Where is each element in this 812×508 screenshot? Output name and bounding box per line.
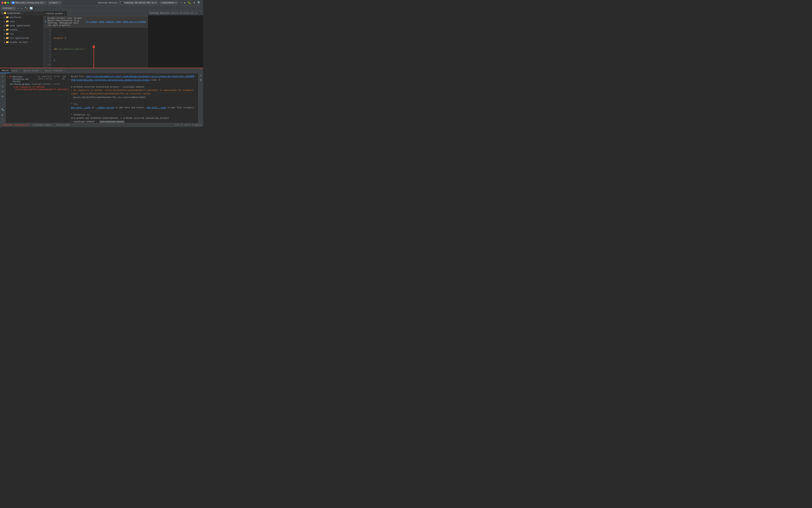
wrench-icon[interactable]: 🔧 <box>1 108 5 112</box>
tab-build[interactable]: Build <box>0 68 10 73</box>
sidebar-item-res-generated[interactable]: ▶ 📂 res (generated) <box>0 36 43 40</box>
status-bar: ✕ HBuilder-Integrate-AS › uniplugin_modu… <box>0 123 203 127</box>
device-icon: 📱 <box>121 1 124 4</box>
sidebar-item-java[interactable]: ▶ 📂 java <box>0 19 43 24</box>
download-icon[interactable]: ⬇ <box>1 79 4 84</box>
folder-icon: 📂 <box>6 41 9 44</box>
tab-label: build.gradle <box>47 12 63 15</box>
tab-sync-close-icon[interactable]: ✕ <box>18 70 19 72</box>
status-separator: › <box>30 124 31 126</box>
tab-sync-label: Sync <box>12 70 17 72</box>
sidebar-java-gen-label: java (generated) <box>10 25 31 27</box>
sidebar-item-simpledemo[interactable]: ▼ 📁 simpleDemo <box>0 11 43 15</box>
debug-icon[interactable]: 🐛 <box>187 1 192 5</box>
tab-build-output-close-icon[interactable]: ✕ <box>40 70 41 72</box>
notification-text: Gradle project sync failed. Basic functi… <box>48 17 84 27</box>
simple-demo-selector[interactable]: simpleDemo ▾ <box>160 1 178 4</box>
try-label: * Try: <box>71 103 196 106</box>
debug-link[interactable]: --debug option <box>96 107 114 109</box>
get-more-text: to get more log output. <box>115 107 145 109</box>
list-icon[interactable]: ☰ <box>199 74 202 77</box>
build-line-number: line: 5 <box>151 79 160 81</box>
branch-badge[interactable]: ⎇ main ▾ <box>48 1 61 4</box>
run-scan-link[interactable]: Run with --scan <box>147 107 166 109</box>
build-file-path-link[interactable]: /Users/lee/Documents/A-Lee/C-Code/@Codes… <box>71 75 194 81</box>
folder-icon: 📂 <box>6 20 9 23</box>
expand-icon[interactable]: ⊞ <box>1 89 4 94</box>
sync-icon[interactable]: 🔄 <box>29 6 33 10</box>
sidebar-item-res[interactable]: ▶ 📂 res <box>0 32 43 36</box>
build-tree-root[interactable]: ✕ HB HBuilder-Integrate-AS: failed At 20… <box>7 76 67 83</box>
tab-build-analyzer[interactable]: Build Analyzer ✕ <box>43 68 67 73</box>
status-spaces: 4 spaces <box>192 124 201 126</box>
tab-close-icon[interactable]: ✕ <box>64 12 65 15</box>
code-line-2: id 'com.android.library' <box>54 47 145 51</box>
build-file-meta: uniplugin_module 1 error <box>32 83 60 85</box>
try-again-link[interactable]: Try Again <box>86 20 97 23</box>
android-badge[interactable]: Android ▾ <box>1 6 16 10</box>
bottom-panel: Build Sync ✕ Build Output ✕ Build Analyz… <box>0 68 203 123</box>
more-options-icon[interactable]: ⋯ <box>180 1 183 5</box>
tab-build-label: Build <box>2 69 8 72</box>
tab-build-analyzer-close-icon[interactable]: ✕ <box>64 70 65 72</box>
sidebar-res-label: res <box>10 33 14 35</box>
minimize-button[interactable] <box>4 2 6 4</box>
right-panel-content <box>148 15 203 68</box>
sidebar-item-manifests[interactable]: ▶ 📂 manifests <box>0 15 43 19</box>
play-icon[interactable]: ▶ <box>1 113 4 117</box>
sidebar-item-java-generated[interactable]: ▶ 📂 java (generated) <box>0 24 43 28</box>
top-bar: HB HBuilder-Integrate-AS ▾ ⎇ main ▾ Runn… <box>0 0 203 5</box>
open-build-link[interactable]: Open 'Build' View <box>99 20 121 23</box>
full-insights-text: to get full insights. <box>168 107 195 109</box>
folder-icon: 📂 <box>6 24 9 27</box>
build-root-meta: At 2024/5/9, 21:45 with 1 error <box>38 76 61 80</box>
folder-icon: 📁 <box>4 12 6 15</box>
sidebar-gradle-label: Gradle Scripts <box>10 41 28 43</box>
stop-icon[interactable]: ⬛ <box>1 118 5 122</box>
sidebar-item-gradle-scripts[interactable]: ▶ 📂 Gradle Scripts <box>0 40 43 44</box>
run-icon[interactable]: ▶ <box>183 1 186 5</box>
build-tree-error[interactable]: ● No signature of method: build_99oj0jbf… <box>7 86 67 91</box>
status-lf: LF <box>180 124 183 126</box>
simple-demo-name: simpleDemo <box>161 2 174 4</box>
code-line-3: } <box>54 58 145 62</box>
search-icon[interactable]: 🔍 <box>197 1 201 5</box>
bottom-tab-bar: Build Sync ✕ Build Output ✕ Build Analyz… <box>0 68 203 73</box>
tab-build-output[interactable]: Build Output ✕ <box>21 68 43 73</box>
build-icon[interactable]: 🔨 <box>24 6 28 10</box>
settings-icon[interactable]: ⚙ <box>193 1 196 5</box>
bottom-left-icons: ↻ ⬇ ⊟ ⊞ 👁 🔧 ▶ ⬛ <box>0 73 5 123</box>
show-log-link[interactable]: Show Log in Finder <box>123 20 146 23</box>
trash-icon[interactable]: 🗑 <box>199 78 202 82</box>
sidebar-item-assets[interactable]: ▶ 📂 assets <box>0 28 43 32</box>
build-tree-file[interactable]: ▼ G build.gradle uniplugin_module 1 erro… <box>7 83 67 86</box>
sidebar-res-gen-label: res (generated) <box>10 37 29 39</box>
run-info-link[interactable]: Run with --info <box>71 107 91 109</box>
refresh-icon[interactable]: ↻ <box>1 74 4 78</box>
redo-icon[interactable]: ↪ <box>20 6 23 10</box>
arrow-icon: ▶ <box>4 16 5 18</box>
main-area: ▼ 📁 simpleDemo ▶ 📂 manifests ▶ 📂 java ▶ … <box>0 11 203 68</box>
project-sidebar: ▼ 📁 simpleDemo ▶ 📂 manifests ▶ 📂 java ▶ … <box>0 11 43 68</box>
status-error: ✕ HBuilder-Integrate-AS <box>2 124 28 126</box>
code-line-1: plugins { <box>54 36 145 40</box>
line-numbers: 12345 678910 1112131415 1617181920 21222… <box>43 28 51 68</box>
app-title: HBuilder-Integrate-AS <box>15 2 43 4</box>
app-title-badge[interactable]: HB HBuilder-Integrate-AS ▾ <box>10 1 46 5</box>
branch-icon: ⎇ <box>49 1 52 4</box>
undo-icon[interactable]: ↩ <box>17 6 19 10</box>
second-toolbar: Android ▾ ↩ ↪ 🔨 🔄 <box>0 5 203 11</box>
tab-build-gradle[interactable]: G build.gradle ✕ <box>43 11 67 16</box>
folder-icon: 📂 <box>6 32 9 35</box>
code-editor[interactable]: 12345 678910 1112131415 1617181920 21222… <box>43 28 148 68</box>
arrow-icon: ▶ <box>4 33 5 35</box>
maximize-button[interactable] <box>7 2 9 4</box>
tab-sync[interactable]: Sync ✕ <box>10 68 21 73</box>
close-button[interactable] <box>2 2 4 4</box>
filter-icon[interactable]: ⊟ <box>1 84 4 89</box>
eye-icon[interactable]: 👁 <box>1 95 5 99</box>
running-devices-label: Running Devices <box>98 2 118 4</box>
bottom-content-area: ↻ ⬇ ⊟ ⊞ 👁 🔧 ▶ ⬛ ✕ HB HBuilder-Integrate-… <box>0 73 203 123</box>
device-selector[interactable]: 📱 samsung SM-G9750 API 31 ▾ <box>119 1 158 4</box>
code-content[interactable]: plugins { id 'com.android.library' } and… <box>51 28 148 68</box>
